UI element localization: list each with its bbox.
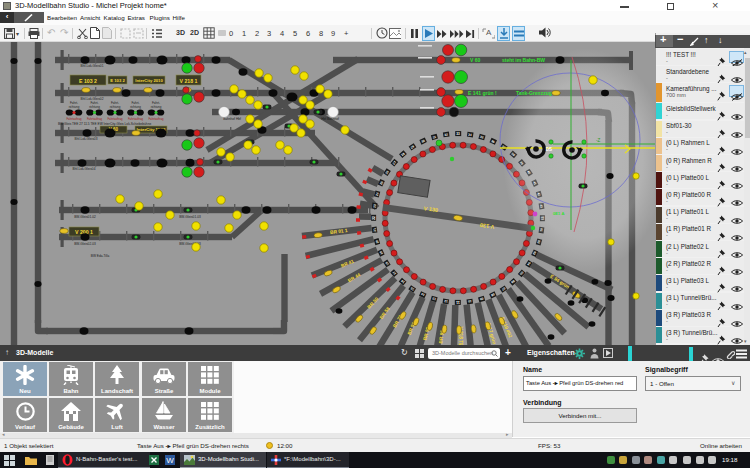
svg-text:Tank-Grenzzug: Tank-Grenzzug [516, 90, 552, 96]
svg-text:BW-Gleis01-03: BW-Gleis01-03 [179, 215, 201, 219]
svg-text:BW Gleis TEE 27 11.5 TEE EW In: BW Gleis TEE 27 11.5 TEE EW InterCity-Gl… [58, 122, 151, 126]
svg-text:E 103 2: E 103 2 [110, 78, 125, 83]
svg-text:Bhf-Lok-Gleis04: Bhf-Lok-Gleis04 [73, 167, 96, 171]
svg-text:V 218 1: V 218 1 [180, 78, 198, 84]
svg-text:richtung: richtung [110, 105, 121, 109]
svg-text:Bhf-Lok-Gleis01: Bhf-Lok-Gleis01 [81, 64, 104, 68]
svg-text:33: 33 [456, 132, 460, 136]
svg-text:Fahrtauftrag: Fahrtauftrag [107, 117, 123, 121]
svg-text:BW-Gleis02-03: BW-Gleis02-03 [74, 242, 96, 246]
svg-text:richtung: richtung [130, 105, 141, 109]
svg-text:11: 11 [456, 300, 460, 304]
svg-text:V 60: V 60 [470, 57, 481, 63]
svg-text:Bahnhof Hbf: Bahnhof Hbf [223, 117, 241, 121]
svg-text:steht im Bahn-BW: steht im Bahn-BW [502, 57, 545, 63]
svg-text:InterCity 2010: InterCity 2010 [135, 78, 163, 83]
svg-text:richtung: richtung [69, 105, 80, 109]
svg-text:22: 22 [372, 216, 376, 220]
svg-text:0E1 A: 0E1 A [553, 211, 564, 216]
svg-text:Fahrtauftrag: Fahrtauftrag [148, 117, 164, 121]
svg-text:BW Eda-Tilla: BW Eda-Tilla [91, 254, 110, 258]
svg-text:BW-Gleis01-02: BW-Gleis01-02 [74, 215, 96, 219]
svg-text:Fahrtauftrag: Fahrtauftrag [128, 117, 144, 121]
svg-text:Hbf Bahnhof: Hbf Bahnhof [321, 117, 339, 121]
svg-text:Fahrtauftrag: Fahrtauftrag [66, 117, 82, 121]
svg-text:W: W [166, 456, 174, 465]
svg-text:richtung: richtung [89, 105, 100, 109]
svg-text:DS: DS [546, 147, 552, 152]
svg-text:richtung: richtung [151, 105, 162, 109]
svg-text:-Z: -Z [596, 138, 600, 143]
svg-text:E 103 2: E 103 2 [79, 78, 97, 84]
svg-text:Bhf-Lok-Gleis03: Bhf-Lok-Gleis03 [75, 137, 98, 141]
svg-text:Fahrtauftrag: Fahrtauftrag [87, 117, 103, 121]
svg-text:E 141 grün !: E 141 grün ! [468, 90, 497, 96]
